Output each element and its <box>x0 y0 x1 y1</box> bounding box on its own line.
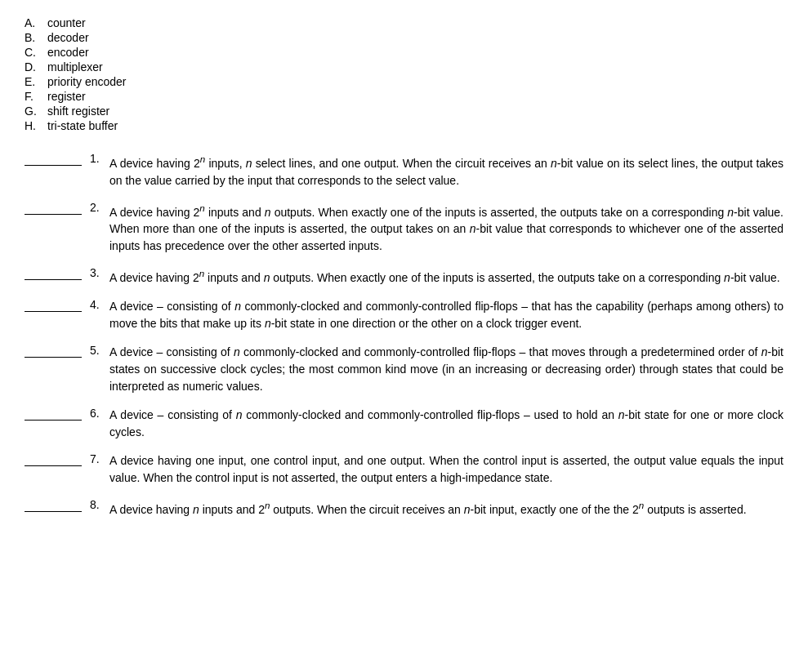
option-letter: G. <box>25 105 47 118</box>
question-text: A device having 2n inputs and n outputs.… <box>109 266 783 287</box>
options-list: A.counterB.decoderC.encoderD.multiplexer… <box>25 16 783 132</box>
option-text: multiplexer <box>47 60 103 73</box>
option-text: register <box>47 90 86 103</box>
question-row: 1.A device having 2n inputs, n select li… <box>25 152 783 189</box>
option-text: shift register <box>47 105 109 118</box>
option-letter: D. <box>25 60 47 73</box>
question-text: A device – consisting of n commonly-cloc… <box>109 298 783 332</box>
option-letter: H. <box>25 119 47 132</box>
option-item: H.tri-state buffer <box>25 119 783 132</box>
option-text: decoder <box>47 31 89 44</box>
question-number: 1. <box>90 152 109 165</box>
answer-blank[interactable] <box>25 214 82 215</box>
question-row: 8.A device having n inputs and 2n output… <box>25 498 783 518</box>
question-number: 5. <box>90 344 109 357</box>
option-item: D.multiplexer <box>25 60 783 73</box>
option-letter: F. <box>25 90 47 103</box>
option-text: tri-state buffer <box>47 119 118 132</box>
question-number: 2. <box>90 201 109 214</box>
question-content: 7.A device having one input, one control… <box>90 452 783 487</box>
option-item: B.decoder <box>25 31 783 44</box>
question-content: 2.A device having 2n inputs and n output… <box>90 201 783 256</box>
question-number: 6. <box>90 407 109 420</box>
question-content: 1.A device having 2n inputs, n select li… <box>90 152 783 189</box>
option-item: F.register <box>25 90 783 103</box>
question-number: 8. <box>90 498 109 511</box>
question-row: 4.A device – consisting of n commonly-cl… <box>25 298 783 332</box>
question-text: A device having one input, one control i… <box>109 452 783 487</box>
question-text: A device having 2n inputs and n outputs.… <box>109 201 783 256</box>
question-content: 4.A device – consisting of n commonly-cl… <box>90 298 783 332</box>
question-content: 3.A device having 2n inputs and n output… <box>90 266 783 287</box>
question-number: 3. <box>90 266 109 279</box>
question-row: 7.A device having one input, one control… <box>25 452 783 487</box>
question-row: 6.A device – consisting of n commonly-cl… <box>25 407 783 441</box>
answer-blank[interactable] <box>25 311 82 312</box>
question-content: 5.A device – consisting of n commonly-cl… <box>90 344 783 395</box>
question-content: 6.A device – consisting of n commonly-cl… <box>90 407 783 441</box>
answer-blank[interactable] <box>25 511 82 512</box>
option-text: priority encoder <box>47 75 127 88</box>
question-text: A device – consisting of n commonly-cloc… <box>109 407 783 441</box>
answer-blank[interactable] <box>25 465 82 466</box>
question-row: 5.A device – consisting of n commonly-cl… <box>25 344 783 395</box>
question-text: A device having 2n inputs, n select line… <box>109 152 783 189</box>
option-text: counter <box>47 16 86 29</box>
question-content: 8.A device having n inputs and 2n output… <box>90 498 783 518</box>
option-item: E.priority encoder <box>25 75 783 88</box>
answer-blank[interactable] <box>25 165 82 166</box>
question-text: A device having n inputs and 2n outputs.… <box>109 498 783 518</box>
question-row: 3.A device having 2n inputs and n output… <box>25 266 783 287</box>
option-item: C.encoder <box>25 46 783 59</box>
option-letter: E. <box>25 75 47 88</box>
answer-blank[interactable] <box>25 357 82 358</box>
option-item: G.shift register <box>25 105 783 118</box>
option-letter: A. <box>25 16 47 29</box>
question-row: 2.A device having 2n inputs and n output… <box>25 201 783 256</box>
option-text: encoder <box>47 46 89 59</box>
answer-blank[interactable] <box>25 279 82 280</box>
questions-section: 1.A device having 2n inputs, n select li… <box>25 152 783 518</box>
question-number: 7. <box>90 452 109 465</box>
question-number: 4. <box>90 298 109 311</box>
option-letter: B. <box>25 31 47 44</box>
option-letter: C. <box>25 46 47 59</box>
answer-blank[interactable] <box>25 420 82 421</box>
option-item: A.counter <box>25 16 783 29</box>
question-text: A device – consisting of n commonly-cloc… <box>109 344 783 395</box>
